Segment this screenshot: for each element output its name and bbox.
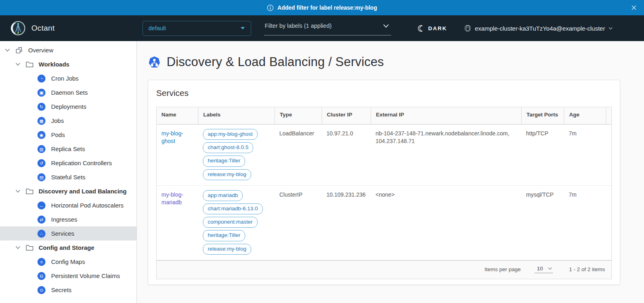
sidebar-item-label: Overview: [28, 47, 54, 54]
sidebar-item-config-and-storage[interactable]: Config and Storage: [0, 241, 136, 255]
column-header-type[interactable]: Type: [275, 107, 322, 124]
target-ports: http/TCP: [521, 125, 564, 185]
sidebar-item-persistent-volume-claims[interactable]: ⊟ Persistent Volume Claims: [0, 269, 136, 283]
label-pill[interactable]: chart:ghost-8.0.5: [203, 142, 253, 153]
target-ports: mysql/TCP: [521, 186, 564, 260]
column-header-name[interactable]: Name: [157, 107, 198, 124]
label-pill[interactable]: component:master: [203, 217, 258, 228]
sidebar-item-label: Services: [51, 230, 74, 237]
dark-toggle-label: DARK: [428, 25, 447, 31]
replication-controllers-icon: ↺: [37, 159, 45, 167]
alert-bar: Added filter for label release:my-blog: [0, 0, 644, 15]
sidebar-item-services[interactable]: ∴ Services: [0, 226, 136, 241]
close-icon[interactable]: [630, 4, 638, 12]
service-type: ClusterIP: [275, 186, 322, 260]
config-maps-icon: ≡: [37, 258, 45, 266]
sidebar-item-workloads[interactable]: Workloads: [0, 57, 136, 71]
page-size-select[interactable]: 10: [535, 266, 553, 273]
app-header: Octant default Filter by labels (1 appli…: [0, 15, 644, 41]
cluster-selector[interactable]: example-cluster-ka3TuTzYo4a@example-clus…: [464, 25, 613, 32]
cluster-ip: 10.97.21.0: [322, 125, 371, 185]
overview-icon: [15, 46, 23, 54]
sidebar-item-label: Config and Storage: [39, 244, 94, 251]
sidebar-item-label: Discovery and Load Balancing: [39, 188, 126, 195]
caret-down-icon: [240, 27, 245, 30]
sidebar-item-label: Jobs: [51, 117, 64, 124]
sidebar-item-cron-jobs[interactable]: ◔ Cron Jobs: [0, 71, 136, 85]
sidebar-item-label: Replication Controllers: [51, 160, 112, 166]
chevron-down-icon[interactable]: [5, 48, 10, 52]
brand[interactable]: Octant: [10, 21, 55, 36]
sidebar-item-replica-sets[interactable]: ▥ Replica Sets: [0, 142, 136, 156]
label-pill[interactable]: app:my-blog-ghost: [203, 129, 258, 140]
main-content: Discovery & Load Balancing / Services Se…: [137, 41, 644, 303]
app-title: Octant: [31, 24, 55, 33]
column-header-cluster-ip[interactable]: Cluster IP: [322, 107, 371, 124]
sidebar-item-deployments[interactable]: ↻ Deployments: [0, 100, 136, 114]
items-per-page-label: Items per page: [485, 266, 521, 272]
sidebar-item-overview[interactable]: Overview: [0, 43, 136, 57]
sidebar-item-jobs[interactable]: ▦ Jobs: [0, 114, 136, 128]
sidebar-item-daemon-sets[interactable]: ▣ Daemon Sets: [0, 85, 136, 100]
cron-jobs-icon: ◔: [37, 75, 45, 83]
service-heptagon-icon: [148, 56, 161, 68]
label-pill[interactable]: chart:mariadb-6.13.0: [203, 203, 263, 214]
service-name-link[interactable]: my-blog-mariadb: [161, 191, 183, 205]
service-type: LoadBalancer: [275, 125, 322, 185]
octant-logo-icon: [10, 21, 26, 36]
pagination-range: 1 - 2 of 2 items: [569, 266, 605, 272]
sidebar-item-replication-controllers[interactable]: ↺ Replication Controllers: [0, 156, 136, 170]
sidebar-item-label: Deployments: [51, 103, 87, 110]
label-pill[interactable]: heritage:Tiller: [203, 156, 245, 166]
sidebar-item-discovery-and-load-balancing[interactable]: Discovery and Load Balancing: [0, 184, 136, 198]
column-header-external-ip[interactable]: External IP: [371, 107, 521, 124]
label-filter-text: Filter by labels (1 applied): [265, 23, 332, 29]
column-header-age[interactable]: Age: [564, 107, 606, 124]
label-pill[interactable]: heritage:Tiller: [203, 230, 245, 241]
table-footer: Items per page 10 1 - 2 of 2 items: [157, 260, 611, 279]
chevron-down-icon[interactable]: [15, 62, 21, 66]
alert-message: Added filter for label release:my-blog: [277, 4, 377, 11]
namespace-select[interactable]: default: [142, 21, 251, 36]
page-title: Discovery & Load Balancing / Services: [167, 55, 384, 69]
external-ip: <none>: [371, 186, 521, 260]
sidebar-item-stateful-sets[interactable]: ▤ Stateful Sets: [0, 170, 136, 184]
replica-sets-icon: ▥: [37, 145, 45, 153]
sidebar-item-pods[interactable]: ◉ Pods: [0, 128, 136, 142]
label-pill[interactable]: release:my-blog: [203, 169, 251, 180]
hpa-icon: ↔: [37, 201, 45, 210]
cluster-icon: [464, 25, 471, 32]
label-pill[interactable]: release:my-blog: [203, 244, 251, 255]
ingresses-icon: ⇄: [37, 216, 45, 224]
service-name-link[interactable]: my-blog-ghost: [161, 130, 183, 144]
namespace-value: default: [149, 25, 166, 31]
services-card: Services Name Labels Type Cluster IP Ext…: [148, 80, 620, 285]
cluster-ip: 10.109.231.236: [322, 186, 371, 260]
chevron-down-icon: [548, 267, 552, 270]
services-icon: ∴: [37, 230, 45, 238]
cluster-name: example-cluster-ka3TuTzYo4a@example-clus…: [475, 25, 605, 32]
label-pill[interactable]: app:mariadb: [203, 190, 243, 201]
sidebar-item-label: Stateful Sets: [51, 174, 85, 181]
row-spacer: [606, 186, 615, 260]
sidebar-item-horizontal-pod-autoscalers[interactable]: ↔ Horizontal Pod Autoscalers: [0, 198, 136, 212]
sidebar-item-label: Replica Sets: [51, 145, 85, 152]
sidebar-item-label: Cron Jobs: [51, 75, 78, 82]
chevron-down-icon: [609, 27, 613, 30]
stateful-sets-icon: ▤: [37, 173, 45, 181]
chevron-down-icon[interactable]: [15, 246, 21, 249]
label-filter-dropdown[interactable]: Filter by labels (1 applied): [264, 21, 391, 35]
sidebar-item-label: Secrets: [51, 286, 72, 293]
chevron-down-icon[interactable]: [15, 189, 21, 193]
column-header-labels[interactable]: Labels: [198, 107, 275, 124]
jobs-icon: ▦: [37, 117, 45, 125]
sidebar-item-config-maps[interactable]: ≡ Config Maps: [0, 255, 136, 269]
column-header-spacer: [606, 107, 616, 124]
sidebar-item-secrets[interactable]: ⊙ Secrets: [0, 283, 136, 297]
secrets-icon: ⊙: [37, 286, 45, 294]
sidebar-item-label: Daemon Sets: [51, 89, 88, 96]
dark-mode-toggle[interactable]: DARK: [418, 25, 447, 32]
pods-icon: ◉: [37, 131, 45, 139]
column-header-target-ports[interactable]: Target Ports: [521, 107, 564, 124]
sidebar-item-ingresses[interactable]: ⇄ Ingresses: [0, 212, 136, 226]
